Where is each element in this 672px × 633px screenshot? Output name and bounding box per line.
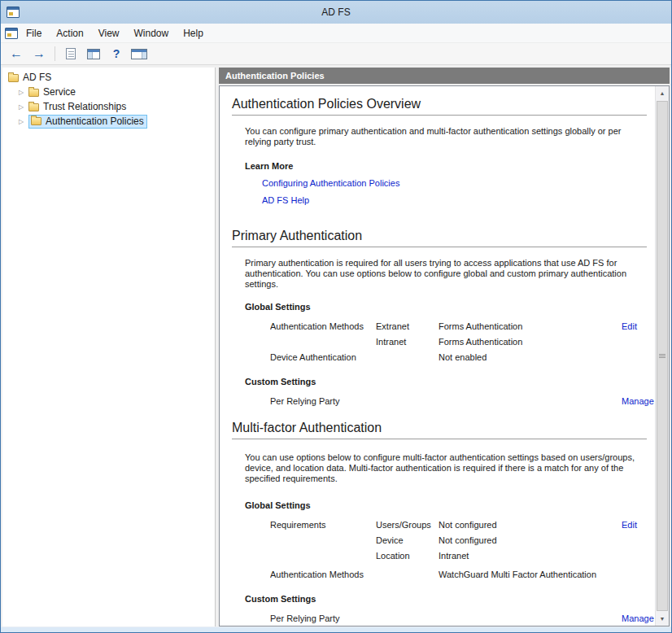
selected-tree-item[interactable]: Authentication Policies [28,115,147,129]
results-pane-header: Authentication Policies [219,68,670,84]
setting-label: Per Relying Party [270,394,622,409]
overview-section-title: Authentication Policies Overview [232,97,647,111]
setting-row-device-authentication: Device Authentication Not enabled [270,350,622,365]
setting-row-requirements-device: Device Not configured [270,533,622,548]
setting-scope: Location [376,548,439,564]
setting-value: Forms Authentication [439,319,622,334]
tree-item-label: Trust Relationships [43,101,126,112]
status-strip [1,626,671,632]
back-arrow-icon: ← [10,47,23,60]
learn-more-label: Learn More [245,161,647,171]
scrollbar-grip-icon [659,354,665,358]
setting-row-requirements-users-groups: Requirements Users/Groups Not configured… [270,517,622,533]
titlebar: AD FS [1,1,671,24]
export-list-button[interactable] [62,45,80,63]
console-tree: AD FS ▷ Service ▷ Trust Relationships ▷ … [2,68,216,626]
setting-row-primary-per-relying-party: Per Relying Party Manage [270,394,622,409]
primary-custom-settings-label: Custom Settings [245,377,647,386]
show-action-pane-button[interactable] [130,45,148,63]
scrollbar-thumb[interactable] [657,101,668,611]
setting-label: Device Authentication [270,350,376,365]
tree-item-trust-relationships[interactable]: ▷ Trust Relationships [2,99,215,114]
tree-item-adfs-root[interactable]: AD FS [2,70,215,85]
primary-edit-link[interactable]: Edit [622,319,637,334]
setting-label: Requirements [270,517,376,533]
folder-icon [8,74,19,82]
primary-global-settings-label: Global Settings [245,302,647,312]
setting-value: Not enabled [439,350,622,365]
menu-window[interactable]: Window [128,25,176,41]
setting-label [270,548,376,564]
window-title: AD FS [1,7,671,18]
content-scroll-region: Authentication Policies Overview You can… [220,86,655,626]
primary-manage-link[interactable]: Manage [622,394,654,409]
setting-scope [376,350,439,365]
section-divider [232,115,647,116]
section-divider [232,439,647,439]
mmc-snapin-icon [5,28,18,39]
overview-description: You can configure primary authentication… [245,126,647,147]
setting-value: Forms Authentication [439,334,622,350]
back-button[interactable]: ← [7,45,25,63]
primary-authentication-description: Primary authentication is required for a… [245,258,647,290]
mfa-description: You can use options below to configure m… [245,452,647,484]
mfa-section-title: Multi-factor Authentication [232,421,647,435]
setting-scope: Extranet [376,319,439,334]
setting-row-authentication-methods-intranet: Intranet Forms Authentication [270,334,622,350]
tree-item-authentication-policies[interactable]: ▷ Authentication Policies [2,114,215,129]
mfa-global-settings-label: Global Settings [245,500,647,510]
folder-icon [28,103,39,111]
setting-scope: Device [376,533,439,548]
setting-action-empty [622,350,622,365]
help-button[interactable]: ? [107,45,125,63]
adfs-management-window: AD FS File Action View Window Help ← → ?… [0,0,672,633]
toolbar: ← → ? [1,43,671,65]
main-split: AD FS ▷ Service ▷ Trust Relationships ▷ … [1,65,671,626]
setting-action-empty [622,548,622,564]
toolbar-separator [55,46,55,61]
setting-row-requirements-location: Location Intranet [270,548,622,564]
menu-action[interactable]: Action [50,25,89,41]
setting-scope: Users/Groups [376,517,439,533]
adfs-help-link[interactable]: AD FS Help [262,195,647,206]
setting-label [270,334,376,350]
scroll-up-button[interactable]: ▲ [656,86,669,100]
tree-item-label: Service [43,86,76,98]
forward-arrow-icon: → [33,47,46,60]
help-icon: ? [113,47,120,60]
setting-label: Per Relying Party [270,611,622,626]
setting-value: Not configured [439,517,622,533]
setting-scope [376,567,439,583]
console-tree-icon [87,49,100,59]
setting-value: WatchGuard Multi Factor Authentication [439,567,622,583]
setting-row-mfa-authentication-methods: Authentication Methods WatchGuard Multi … [270,567,622,583]
menubar: File Action View Window Help [1,24,671,43]
mfa-edit-link[interactable]: Edit [622,517,637,533]
expand-chevron-icon[interactable]: ▷ [19,103,28,111]
scroll-down-button[interactable]: ▼ [656,612,669,626]
export-list-icon [66,48,76,59]
setting-label: Authentication Methods [270,567,376,583]
tree-item-service[interactable]: ▷ Service [2,85,215,99]
setting-label [270,533,376,548]
action-pane-icon [131,49,147,59]
setting-row-authentication-methods-extranet: Authentication Methods Extranet Forms Au… [270,319,622,334]
mfa-custom-settings-label: Custom Settings [245,594,647,604]
menu-help[interactable]: Help [177,25,210,41]
show-console-tree-button[interactable] [85,45,103,63]
setting-action-empty [622,334,622,350]
expand-chevron-icon[interactable]: ▷ [19,89,28,96]
setting-value: Intranet [439,548,622,564]
section-divider [232,247,647,247]
menu-view[interactable]: View [92,25,126,41]
expand-chevron-icon[interactable]: ▷ [19,118,28,125]
forward-button[interactable]: → [30,45,48,63]
folder-icon [28,89,39,97]
menu-file[interactable]: File [20,25,48,41]
primary-authentication-section-title: Primary Authentication [232,229,647,243]
configuring-authentication-policies-link[interactable]: Configuring Authentication Policies [262,178,647,189]
mfa-manage-link[interactable]: Manage [622,611,654,626]
setting-value: Not configured [439,533,622,548]
setting-label: Authentication Methods [270,319,376,334]
vertical-scrollbar[interactable]: ▲ ▼ [655,86,669,626]
